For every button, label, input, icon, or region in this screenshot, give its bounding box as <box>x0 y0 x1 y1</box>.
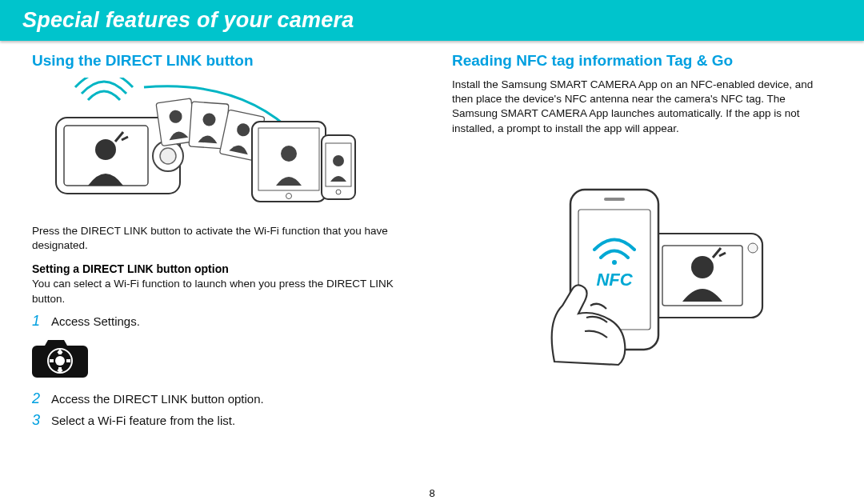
page-content: Using the DIRECT LINK button <box>0 52 864 434</box>
svg-rect-36 <box>604 198 625 201</box>
svg-point-17 <box>333 155 344 166</box>
camera-settings-icon <box>32 334 412 382</box>
svg-point-31 <box>691 256 714 278</box>
svg-rect-24 <box>66 359 70 362</box>
section-title-direct-link: Using the DIRECT LINK button <box>32 52 412 70</box>
step-3: 3 Select a Wi-Fi feature from the list. <box>32 412 412 429</box>
header-title: Special features of your camera <box>22 8 354 32</box>
svg-point-4 <box>160 148 176 164</box>
step-number: 1 <box>32 313 43 330</box>
svg-point-32 <box>748 243 758 253</box>
step-text: Access the DIRECT LINK button option. <box>51 392 264 406</box>
sub-heading-description: You can select a Wi-Fi function to launc… <box>32 277 412 306</box>
left-column: Using the DIRECT LINK button <box>32 52 412 434</box>
nfc-label: NFC <box>596 270 633 290</box>
right-column: Reading NFC tag information Tag & Go Ins… <box>452 52 832 434</box>
svg-rect-23 <box>50 359 54 362</box>
nfc-illustration: NFC <box>452 146 832 373</box>
step-text: Access Settings. <box>51 314 140 328</box>
step-1: 1 Access Settings. <box>32 313 412 330</box>
svg-point-20 <box>55 356 65 366</box>
section-title-nfc: Reading NFC tag information Tag & Go <box>452 52 832 70</box>
step-2: 2 Access the DIRECT LINK button option. <box>32 390 412 407</box>
direct-link-illustration <box>32 78 412 213</box>
svg-point-13 <box>281 146 297 162</box>
svg-point-2 <box>95 139 116 160</box>
step-number: 2 <box>32 390 43 407</box>
svg-point-37 <box>612 260 617 265</box>
nfc-body-text: Install the Samsung SMART CAMERA App on … <box>452 78 832 136</box>
page-header: Special features of your camera <box>0 0 864 41</box>
direct-link-intro: Press the DIRECT LINK button to activate… <box>32 224 412 253</box>
step-number: 3 <box>32 412 43 429</box>
step-text: Select a Wi-Fi feature from the list. <box>51 414 235 427</box>
sub-heading-setting-option: Setting a DIRECT LINK button option <box>32 262 412 275</box>
page-number: 8 <box>429 487 434 499</box>
